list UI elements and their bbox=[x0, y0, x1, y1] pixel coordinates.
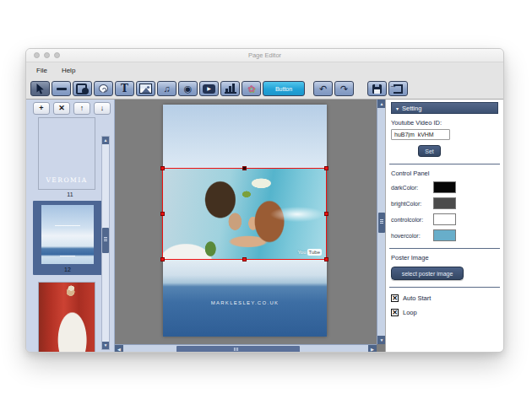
color-row: hovercolor: bbox=[391, 229, 498, 241]
clipart-tool-button[interactable]: ✿ bbox=[242, 81, 261, 96]
scroll-right-icon[interactable]: ▶ bbox=[368, 345, 377, 353]
thumbnail-scrollbar[interactable]: ▲ ▼ bbox=[101, 136, 110, 350]
callout-tool-button[interactable] bbox=[94, 81, 113, 96]
scrollbar-thumb[interactable] bbox=[102, 228, 109, 253]
page-editor-window: Page Editor File Help T ♫ ◉ ▶ ✿ Button ↶… bbox=[25, 48, 504, 353]
delete-page-button[interactable]: ✕ bbox=[53, 102, 70, 115]
youtube-icon: ▶ bbox=[203, 84, 215, 94]
set-button[interactable]: Set bbox=[418, 145, 441, 157]
canvas-vertical-scrollbar[interactable]: ▲ ▼ bbox=[377, 100, 385, 344]
toolbar: T ♫ ◉ ▶ ✿ Button ↶ ↷ → bbox=[26, 78, 503, 100]
collapse-caret-icon: ▾ bbox=[396, 105, 399, 111]
bright-color-swatch[interactable] bbox=[433, 197, 456, 209]
resize-handle-bottom-right[interactable] bbox=[324, 257, 328, 262]
shapes-icon bbox=[76, 84, 89, 94]
auto-start-row: ✕ Auto Start bbox=[391, 294, 498, 302]
select-poster-image-button[interactable]: select poster image bbox=[391, 267, 464, 280]
page-thumbnail-11[interactable]: VEROMIA bbox=[39, 118, 95, 189]
callout-icon bbox=[99, 84, 108, 93]
color-row: brightColor: bbox=[391, 197, 498, 209]
scroll-down-icon[interactable]: ▼ bbox=[377, 336, 385, 344]
page-thumbnail-12-selected[interactable]: 12 bbox=[33, 201, 102, 275]
cursor-icon bbox=[35, 84, 45, 94]
scroll-up-icon[interactable]: ▲ bbox=[102, 137, 109, 144]
resize-handle-bottom-left[interactable] bbox=[160, 257, 165, 262]
video-id-input[interactable] bbox=[391, 129, 450, 140]
menu-bar: File Help bbox=[26, 62, 503, 78]
resize-handle-top-left[interactable] bbox=[160, 166, 165, 170]
video-id-label: Youtube Video ID: bbox=[391, 119, 498, 127]
page-12-canvas[interactable]: You Tube MARKLESLEY.CO.UK bbox=[163, 105, 327, 337]
undo-button[interactable]: ↶ bbox=[313, 81, 333, 96]
resize-handle-mid-left[interactable] bbox=[160, 212, 165, 216]
youtube-tool-button[interactable]: ▶ bbox=[199, 81, 219, 96]
thumbnail-list: VEROMIA 11 12 ▲ ▼ bbox=[26, 117, 114, 353]
scroll-left-icon[interactable]: ◀ bbox=[115, 345, 123, 353]
loop-row: ✕ Loop bbox=[391, 309, 498, 316]
canvas-horizontal-scrollbar[interactable]: ◀ ▶ bbox=[115, 344, 377, 353]
poster-image-label: Poster Image bbox=[391, 254, 498, 262]
music-note-icon: ♫ bbox=[163, 84, 170, 94]
editor-canvas[interactable]: You Tube MARKLESLEY.CO.UK bbox=[115, 100, 385, 353]
chart-icon bbox=[225, 84, 236, 94]
shape-tool-button[interactable] bbox=[73, 81, 92, 96]
dark-color-label: darkColor: bbox=[391, 185, 433, 191]
bright-color-label: brightColor: bbox=[391, 201, 433, 207]
auto-start-label: Auto Start bbox=[403, 294, 431, 302]
hover-color-swatch[interactable] bbox=[433, 229, 456, 241]
menu-file[interactable]: File bbox=[36, 67, 47, 74]
line-tool-button[interactable] bbox=[52, 81, 71, 96]
scrollbar-thumb[interactable] bbox=[176, 346, 300, 353]
move-page-up-button[interactable]: ↑ bbox=[73, 102, 90, 115]
hover-color-label: hovercolor: bbox=[391, 233, 433, 239]
button-tool-button[interactable]: Button bbox=[263, 81, 305, 96]
window-title: Page Editor bbox=[26, 51, 503, 59]
thumbnail-caption: VEROMIA bbox=[39, 176, 95, 184]
control-color-label: controlcolor: bbox=[391, 217, 433, 223]
text-tool-button[interactable]: T bbox=[115, 81, 134, 96]
dark-color-swatch[interactable] bbox=[433, 181, 456, 193]
redo-button[interactable]: ↷ bbox=[334, 81, 354, 96]
undo-icon: ↶ bbox=[319, 84, 327, 94]
resize-handle-top-right[interactable] bbox=[324, 166, 328, 170]
select-tool-button[interactable] bbox=[30, 81, 50, 96]
menu-help[interactable]: Help bbox=[62, 67, 75, 74]
film-reel-icon: ◉ bbox=[184, 84, 193, 94]
color-row: darkColor: bbox=[391, 181, 498, 193]
divider bbox=[389, 248, 500, 249]
resize-handle-bottom-center[interactable] bbox=[242, 257, 247, 262]
divider bbox=[389, 164, 500, 164]
divider bbox=[389, 287, 500, 288]
main-area: + ✕ ↑ ↓ VEROMIA 11 12 ▲ ▼ bbox=[26, 100, 503, 353]
page-sky-area bbox=[163, 105, 327, 169]
loop-label: Loop bbox=[403, 309, 417, 316]
page-actions: + ✕ ↑ ↓ bbox=[26, 100, 114, 115]
scroll-up-icon[interactable]: ▲ bbox=[377, 100, 385, 108]
line-icon bbox=[57, 88, 67, 90]
selection-outline bbox=[162, 168, 327, 260]
move-page-down-button[interactable]: ↓ bbox=[94, 102, 111, 115]
resize-handle-mid-right[interactable] bbox=[324, 212, 328, 216]
page-number-12: 12 bbox=[33, 267, 102, 272]
resize-handle-top-center[interactable] bbox=[242, 166, 247, 170]
loop-checkbox[interactable]: ✕ bbox=[391, 309, 399, 316]
chart-tool-button[interactable] bbox=[220, 81, 240, 96]
add-page-button[interactable]: + bbox=[33, 102, 50, 115]
scrollbar-thumb[interactable] bbox=[378, 213, 385, 233]
auto-start-checkbox[interactable]: ✕ bbox=[391, 294, 399, 302]
save-icon bbox=[372, 84, 382, 94]
exit-icon: → bbox=[394, 84, 403, 94]
scroll-down-icon[interactable]: ▼ bbox=[102, 342, 109, 349]
thumbnail-image-12 bbox=[41, 205, 94, 264]
control-color-swatch[interactable] bbox=[433, 213, 456, 225]
music-tool-button[interactable]: ♫ bbox=[157, 81, 176, 96]
page-ocean-area: MARKLESLEY.CO.UK bbox=[163, 260, 327, 337]
control-panel-label: Control Panel bbox=[391, 170, 498, 177]
movie-tool-button[interactable]: ◉ bbox=[178, 81, 198, 96]
save-button[interactable] bbox=[367, 81, 387, 96]
settings-header[interactable]: ▾ Setting bbox=[391, 102, 498, 114]
image-tool-button[interactable] bbox=[136, 81, 155, 96]
settings-panel: ▾ Setting Youtube Video ID: Set Control … bbox=[385, 100, 503, 353]
export-button[interactable]: → bbox=[388, 81, 408, 96]
page-thumbnail-13[interactable] bbox=[39, 283, 95, 353]
